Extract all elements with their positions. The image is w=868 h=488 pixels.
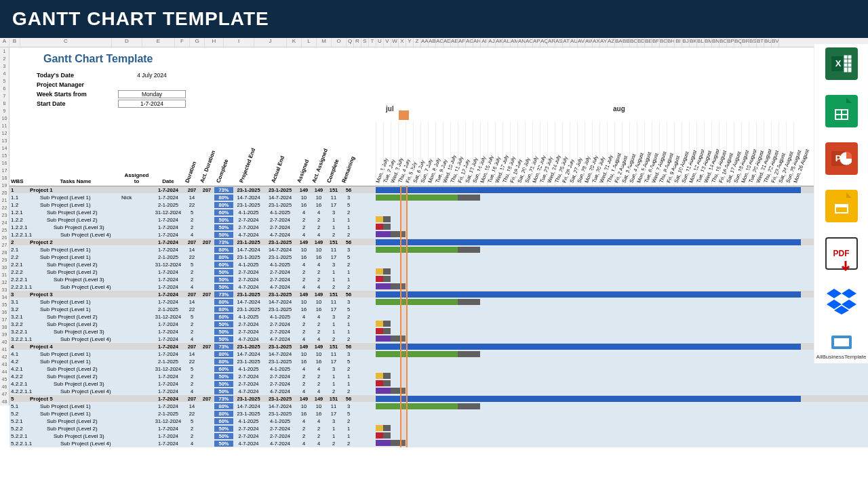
col-assigned-n: Assigned bbox=[296, 184, 311, 186]
meta-block: Today's Date4 July 2024 Project Manager … bbox=[9, 69, 868, 110]
table-row[interactable]: 2.2.1 Sub Project (Level 2) 31-12-2024 5… bbox=[9, 261, 868, 268]
col-remaining: Remaining bbox=[341, 184, 356, 186]
table-row[interactable]: 3.2 Sub Project (Level 1) 2-1-2025 22 80… bbox=[9, 306, 868, 313]
slides-icon[interactable] bbox=[825, 190, 858, 222]
pdf-icon[interactable]: PDF bbox=[825, 237, 858, 270]
col-projected-end: Projected End bbox=[233, 184, 264, 186]
gantt-grid: WBS Tasks Name Assigned to Date Duration… bbox=[9, 122, 868, 447]
col-task: Tasks Name bbox=[30, 178, 121, 186]
table-row[interactable]: 3.2.1 Sub Project (Level 2) 31-12-2024 5… bbox=[9, 313, 868, 321]
table-row[interactable]: 5 Project 5 1-7-2024 207 207 73% 23-1-20… bbox=[9, 395, 868, 403]
svg-text:X: X bbox=[835, 58, 841, 68]
pm-label: Project Manager bbox=[37, 81, 118, 88]
table-row[interactable]: 5.2.2.1 Sub Project (Level 3) 1-7-2024 2… bbox=[9, 432, 868, 440]
table-row[interactable]: 5.2.2 Sub Project (Level 2) 1-7-2024 2 5… bbox=[9, 425, 868, 432]
table-row[interactable]: 5.1 Sub Project (Level 1) 1-7-2024 14 80… bbox=[9, 403, 868, 410]
page-header: GANTT CHART TEMPLATE bbox=[0, 0, 868, 38]
table-row[interactable]: 4 Project 4 1-7-2024 207 207 73% 23-1-20… bbox=[9, 343, 868, 350]
col-date: Date bbox=[152, 178, 184, 186]
today-label: Today's Date bbox=[37, 72, 118, 79]
table-row[interactable]: 2.1 Sub Project (Level 1) 1-7-2024 14 80… bbox=[9, 246, 868, 253]
table-row[interactable]: 1.2.1 Sub Project (Level 2) 31-12-2024 5… bbox=[9, 209, 868, 216]
start-label: Start Date bbox=[37, 100, 118, 107]
excel-icon[interactable]: X bbox=[825, 47, 858, 80]
today-marker-top bbox=[399, 110, 409, 120]
table-row[interactable]: 2.2.2.1 Sub Project (Level 3) 1-7-2024 2… bbox=[9, 276, 868, 283]
powerpoint-icon[interactable]: P bbox=[825, 142, 858, 175]
table-row[interactable]: 2 Project 2 1-7-2024 207 207 73% 23-1-20… bbox=[9, 239, 868, 246]
table-row[interactable]: 2.2.2.1.1 Sub Project (Level 4) 1-7-2024… bbox=[9, 283, 868, 291]
table-row[interactable]: 1.2.2 Sub Project (Level 2) 1-7-2024 2 5… bbox=[9, 216, 868, 224]
col-complete: Complete bbox=[214, 184, 233, 186]
date-headers: Mon, 1 JulyTue, 2 JulyWed, 3 JulyThu, 4 … bbox=[376, 121, 801, 186]
table-row[interactable]: 3.1 Sub Project (Level 1) 1-7-2024 14 80… bbox=[9, 298, 868, 306]
row-numbers: 1234567891011121314151617181920212223242… bbox=[0, 47, 9, 405]
spreadsheet: ABCDEFGHIJKLMOQRSTUVWXYZAAABACADAEAFAGAH… bbox=[0, 38, 868, 447]
col-duration: Duration bbox=[184, 184, 199, 186]
brand-logo: AllBusinessTemplate bbox=[816, 332, 867, 360]
table-row[interactable]: 5.2.2.1.1 Sub Project (Level 4) 1-7-2024… bbox=[9, 440, 868, 447]
table-row[interactable]: 4.2.2.1 Sub Project (Level 3) 1-7-2024 2… bbox=[9, 380, 868, 388]
today-value: 4 July 2024 bbox=[118, 72, 186, 79]
table-row[interactable]: 4.2 Sub Project (Level 1) 2-1-2025 22 80… bbox=[9, 358, 868, 365]
col-act-assigned: Act. Assigned bbox=[311, 184, 326, 186]
table-row[interactable]: 3 Project 3 1-7-2024 207 207 73% 23-1-20… bbox=[9, 291, 868, 298]
table-row[interactable]: 2.2.2 Sub Project (Level 2) 1-7-2024 2 5… bbox=[9, 268, 868, 276]
table-row[interactable]: 3.2.2 Sub Project (Level 2) 1-7-2024 2 5… bbox=[9, 321, 868, 328]
svg-rect-14 bbox=[835, 205, 848, 207]
file-type-sidebar: X P PDF AllBusinessTemplate bbox=[814, 44, 868, 363]
table-row[interactable]: 4.2.2.1.1 Sub Project (Level 4) 1-7-2024… bbox=[9, 388, 868, 395]
table-row[interactable]: 1.2 Sub Project (Level 1) 2-1-2025 22 80… bbox=[9, 201, 868, 209]
col-complete-n: Complete bbox=[326, 184, 341, 186]
table-row[interactable]: 4.1 Sub Project (Level 1) 1-7-2024 14 80… bbox=[9, 350, 868, 358]
week-label: Week Starts from bbox=[37, 91, 118, 98]
svg-text:P: P bbox=[835, 153, 841, 163]
table-row[interactable]: 3.2.2.1 Sub Project (Level 3) 1-7-2024 2… bbox=[9, 328, 868, 336]
week-value[interactable]: Monday bbox=[118, 90, 186, 98]
table-row[interactable]: 4.2.1 Sub Project (Level 2) 31-12-2024 5… bbox=[9, 365, 868, 373]
sheet-title: Gantt Chart Template bbox=[9, 47, 868, 69]
table-row[interactable]: 5.2.1 Sub Project (Level 2) 31-12-2024 5… bbox=[9, 418, 868, 425]
table-row[interactable]: 3.2.2.1.1 Sub Project (Level 4) 1-7-2024… bbox=[9, 336, 868, 343]
col-wbs: WBS bbox=[9, 178, 30, 186]
col-act-duration: Act. Duration bbox=[199, 184, 214, 186]
table-row[interactable]: 1 Project 1 1-7-2024 207 207 73% 23-1-20… bbox=[9, 186, 868, 194]
table-row[interactable]: 4.2.2 Sub Project (Level 2) 1-7-2024 2 5… bbox=[9, 373, 868, 380]
table-row[interactable]: 5.2 Sub Project (Level 1) 2-1-2025 22 80… bbox=[9, 410, 868, 418]
col-actual-end: Actual End bbox=[264, 184, 296, 186]
sheets-icon[interactable] bbox=[825, 95, 858, 127]
column-headers: ABCDEFGHIJKLMOQRSTUVWXYZAAABACADAEAFAGAH… bbox=[0, 38, 868, 47]
table-row[interactable]: 2.2 Sub Project (Level 1) 2-1-2025 22 80… bbox=[9, 253, 868, 261]
table-row[interactable]: 1.2.2.1.1 Sub Project (Level 4) 1-7-2024… bbox=[9, 231, 868, 239]
table-row[interactable]: 1.1 Sub Project (Level 1) Nick 1-7-2024 … bbox=[9, 194, 868, 201]
svg-rect-16 bbox=[834, 338, 849, 346]
grid-header: WBS Tasks Name Assigned to Date Duration… bbox=[9, 122, 868, 186]
table-row[interactable]: 1.2.2.1 Sub Project (Level 3) 1-7-2024 2… bbox=[9, 224, 868, 231]
col-assigned: Assigned to bbox=[121, 172, 152, 186]
dropbox-icon[interactable] bbox=[825, 285, 858, 317]
gantt-rows: 1 Project 1 1-7-2024 207 207 73% 23-1-20… bbox=[9, 186, 868, 447]
start-value[interactable]: 1-7-2024 bbox=[118, 100, 186, 108]
